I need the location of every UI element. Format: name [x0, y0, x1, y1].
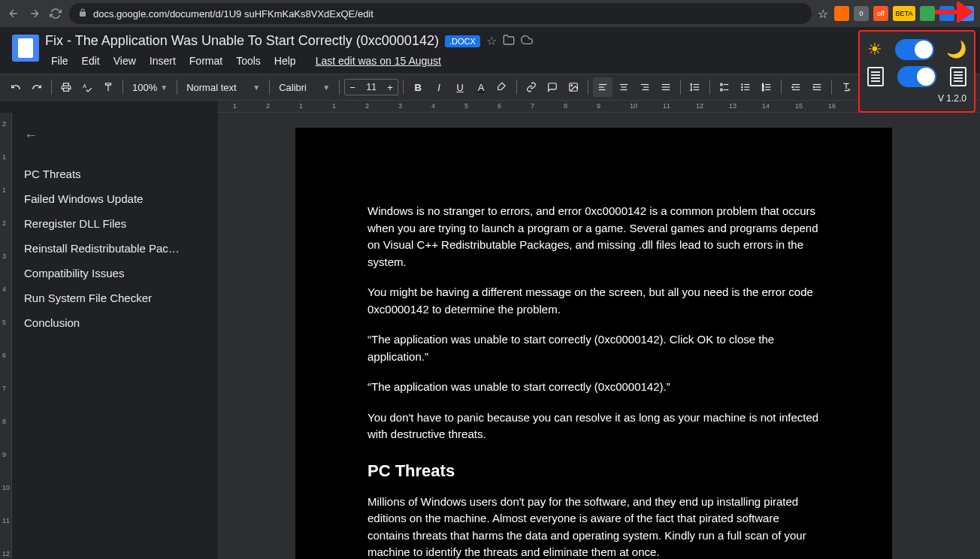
- arrow-annotation-icon: [933, 2, 974, 23]
- font-size-control: − 11 +: [344, 79, 398, 95]
- reload-button[interactable]: [48, 6, 63, 21]
- svg-text:3: 3: [762, 89, 764, 92]
- paragraph: You might be having a different message …: [368, 284, 820, 318]
- svg-rect-22: [721, 89, 722, 90]
- ext-icon-off[interactable]: off: [873, 6, 888, 21]
- bold-button[interactable]: B: [408, 77, 428, 97]
- menu-insert[interactable]: Insert: [144, 52, 182, 70]
- paint-format-button[interactable]: [98, 77, 118, 97]
- bullet-list-button[interactable]: [736, 77, 755, 97]
- menu-help[interactable]: Help: [268, 52, 302, 70]
- browser-toolbar: docs.google.com/document/d/1U9 suHFKmKaK…: [0, 0, 980, 27]
- menu-file[interactable]: File: [45, 52, 74, 70]
- align-justify-button[interactable]: [656, 77, 676, 97]
- indent-decrease-button[interactable]: [786, 77, 806, 97]
- document-page[interactable]: Windows is no stranger to errors, and er…: [295, 128, 892, 559]
- back-button[interactable]: [6, 6, 21, 21]
- outline-item-6[interactable]: Conclusion: [24, 310, 206, 335]
- document-outline: ← PC Threats Failed Windows Update Rereg…: [12, 113, 218, 559]
- text-color-button[interactable]: A: [471, 77, 491, 97]
- ext-icon-5[interactable]: [920, 6, 935, 21]
- svg-point-28: [742, 89, 743, 90]
- outline-item-1[interactable]: Failed Windows Update: [24, 186, 206, 211]
- svg-text:A: A: [83, 83, 86, 89]
- document-canvas[interactable]: Windows is no stranger to errors, and er…: [218, 113, 969, 559]
- sun-icon: ☀: [867, 40, 882, 59]
- star-icon[interactable]: ☆: [486, 34, 497, 49]
- page-dark-icon: [950, 67, 966, 86]
- paragraph: You don't have to panic because you can …: [368, 409, 820, 443]
- outline-back-button[interactable]: ←: [24, 128, 206, 144]
- extension-popup: ☀ 🌙 V 1.2.0: [858, 30, 975, 113]
- extension-version: V 1.2.0: [867, 93, 966, 104]
- line-spacing-button[interactable]: [685, 77, 705, 97]
- ext-icon-beta[interactable]: BETA: [893, 6, 915, 21]
- insert-link-button[interactable]: [522, 77, 541, 97]
- paragraph: “The application was unable to start cor…: [368, 331, 820, 365]
- svg-point-4: [571, 85, 573, 86]
- svg-rect-1: [64, 88, 69, 91]
- numbered-list-button[interactable]: 123: [757, 77, 776, 97]
- align-left-button[interactable]: [593, 77, 612, 97]
- ext-icon-badge-0[interactable]: 0: [854, 6, 869, 21]
- menu-view[interactable]: View: [107, 52, 142, 70]
- font-size-value[interactable]: 11: [360, 82, 383, 92]
- page-light-icon: [867, 67, 884, 86]
- vertical-scrollbar[interactable]: [969, 113, 980, 559]
- outline-item-2[interactable]: Reregister DLL Files: [24, 211, 206, 236]
- last-edit-link[interactable]: Last edit was on 15 August: [310, 52, 447, 70]
- align-right-button[interactable]: [635, 77, 655, 97]
- svg-point-26: [742, 86, 743, 87]
- bookmark-star-icon[interactable]: ☆: [818, 7, 828, 21]
- menu-edit[interactable]: Edit: [76, 52, 106, 70]
- align-center-button[interactable]: [614, 77, 634, 97]
- paragraph-style-select[interactable]: Normal text▼: [182, 80, 265, 95]
- heading: PC Threats: [368, 458, 820, 483]
- outline-item-0[interactable]: PC Threats: [24, 162, 206, 186]
- google-docs-logo[interactable]: [12, 35, 39, 62]
- highlight-button[interactable]: [492, 77, 512, 97]
- checklist-button[interactable]: [715, 77, 734, 97]
- menu-format[interactable]: Format: [183, 52, 228, 70]
- clear-formatting-button[interactable]: [836, 77, 856, 97]
- paragraph: Millions of Windows users don't pay for …: [368, 494, 820, 560]
- document-title[interactable]: Fix - The Application Was Unable To Star…: [45, 33, 439, 49]
- cloud-icon[interactable]: [521, 34, 533, 49]
- outline-item-5[interactable]: Run System File Checker: [24, 286, 206, 310]
- menu-tools[interactable]: Tools: [230, 52, 267, 70]
- page-mode-toggle[interactable]: [897, 66, 936, 87]
- font-size-decrease[interactable]: −: [345, 80, 360, 95]
- move-icon[interactable]: [503, 34, 515, 49]
- font-family-select[interactable]: Calibri▼: [274, 80, 334, 95]
- url-text: docs.google.com/document/d/1U9 suHFKmKaK…: [93, 8, 374, 20]
- print-button[interactable]: [56, 77, 76, 97]
- undo-button[interactable]: [6, 77, 26, 97]
- svg-rect-0: [64, 83, 69, 86]
- svg-point-24: [742, 84, 743, 85]
- vertical-ruler[interactable]: 21123456789101112: [0, 113, 12, 559]
- spellcheck-button[interactable]: A: [77, 77, 97, 97]
- formatting-toolbar: A 100%▼ Normal text▼ Calibri▼ − 11 + B I…: [0, 74, 980, 101]
- paragraph: “The application was unable to start cor…: [368, 379, 820, 396]
- lock-icon: [78, 8, 87, 20]
- svg-rect-20: [721, 83, 722, 85]
- dark-mode-toggle[interactable]: [895, 39, 934, 60]
- moon-icon: 🌙: [946, 40, 966, 59]
- outline-item-4[interactable]: Compatibility Issues: [24, 261, 206, 286]
- redo-button[interactable]: [27, 77, 47, 97]
- insert-image-button[interactable]: [564, 77, 583, 97]
- outline-item-3[interactable]: Reinstall Redistributable Pac…: [24, 236, 206, 261]
- insert-comment-button[interactable]: [543, 77, 562, 97]
- italic-button[interactable]: I: [429, 77, 449, 97]
- forward-button[interactable]: [27, 6, 42, 21]
- ext-icon-1[interactable]: [834, 6, 849, 21]
- zoom-select[interactable]: 100%▼: [128, 80, 172, 95]
- underline-button[interactable]: U: [450, 77, 470, 97]
- font-size-increase[interactable]: +: [383, 80, 398, 95]
- paragraph: Windows is no stranger to errors, and er…: [368, 203, 820, 270]
- indent-increase-button[interactable]: [807, 77, 827, 97]
- docx-badge: .DOCX: [445, 35, 480, 47]
- docs-header: Fix - The Application Was Unable To Star…: [0, 27, 980, 74]
- url-bar[interactable]: docs.google.com/document/d/1U9 suHFKmKaK…: [69, 3, 812, 24]
